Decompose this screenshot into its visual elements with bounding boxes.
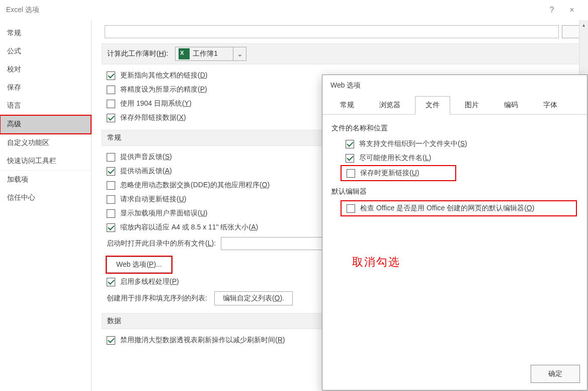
annotation-uncheck: 取消勾选 [352,255,400,270]
nav-trust-center[interactable]: 信任中心 [0,189,91,207]
checkbox[interactable] [107,278,115,286]
checkbox[interactable] [107,223,115,232]
checkbox[interactable] [107,86,115,94]
checkbox[interactable] [107,71,115,80]
nav-proofing[interactable]: 校对 [0,60,91,79]
nav-quick-access[interactable]: 快速访问工具栏 [0,152,91,171]
scroll-up-icon[interactable]: ▴ [579,20,588,29]
tab-files[interactable]: 文件 [415,96,450,115]
opt-long-filenames[interactable]: 尽可能使用长文件名(L) [341,151,578,165]
help-icon[interactable]: ? [542,0,562,20]
checkbox[interactable] [107,167,115,176]
nav-customize-ribbon[interactable]: 自定义功能区 [0,134,91,152]
nav-addins[interactable]: 加载项 [0,171,91,189]
group-default-editor: 默认编辑器 [331,187,578,196]
tab-fonts[interactable]: 字体 [533,96,568,114]
nav-language[interactable]: 语言 [0,97,91,115]
tab-general[interactable]: 常规 [329,96,365,114]
tab-encoding[interactable]: 编码 [493,96,529,114]
nav-save[interactable]: 保存 [0,79,91,97]
tab-pictures[interactable]: 图片 [454,96,489,114]
tab-browser[interactable]: 浏览器 [369,96,411,114]
sort-label: 创建用于排序和填充序列的列表: [107,294,207,303]
opt-organize-folder[interactable]: 将支持文件组织到一个文件夹中(S) [341,137,578,151]
nav-sidebar: 常规 公式 校对 保存 语言 高级 自定义功能区 快速访问工具栏 加载项 信任中… [0,20,92,391]
edit-custom-lists-button[interactable]: 编辑自定义列表(O). [214,291,293,305]
checkbox[interactable] [346,140,354,148]
checkbox[interactable] [107,100,115,108]
workbook-select[interactable]: 工作簿1 ⌄ [175,47,246,61]
top-button[interactable] [562,25,581,38]
checkbox[interactable] [347,204,355,213]
opt-check-default-editor[interactable]: 检查 Office 是否是用 Office 创建的网页的默认编辑器(O) [341,200,577,216]
web-options-title: Web 选项 [322,75,587,96]
checkbox[interactable] [347,169,355,178]
opt-update-links-on-save[interactable]: 保存时更新链接(U) [341,165,456,181]
top-field[interactable] [105,25,559,38]
checkbox[interactable] [346,154,354,163]
checkbox[interactable] [107,181,115,190]
web-options-dialog: Web 选项 常规 浏览器 文件 图片 编码 字体 文件的名称和位置 将支持文件… [322,74,587,390]
calc-header: 计算此工作薄时(H): 工作簿1 ⌄ [102,43,581,64]
web-options-body: 文件的名称和位置 将支持文件组织到一个文件夹中(S) 尽可能使用长文件名(L) … [322,115,587,222]
close-icon[interactable]: × [562,0,582,20]
excel-icon [179,48,190,59]
nav-advanced[interactable]: 高级 [0,115,91,134]
titlebar: Excel 选项 ? × [0,0,588,20]
workbook-name: 工作簿1 [193,49,233,58]
group-file-names: 文件的名称和位置 [331,124,578,133]
ok-button[interactable]: 确定 [531,365,580,383]
checkbox[interactable] [107,195,115,204]
web-options-button[interactable]: Web 选项(P)... [107,257,172,273]
checkbox[interactable] [107,114,115,122]
checkbox[interactable] [107,336,115,345]
checkbox[interactable] [107,209,115,218]
chevron-down-icon[interactable]: ⌄ [233,47,246,60]
checkbox[interactable] [107,153,115,162]
nav-general[interactable]: 常规 [0,24,91,42]
window-title: Excel 选项 [6,6,39,15]
nav-formulas[interactable]: 公式 [0,42,91,60]
web-options-tabs: 常规 浏览器 文件 图片 编码 字体 [322,96,587,115]
